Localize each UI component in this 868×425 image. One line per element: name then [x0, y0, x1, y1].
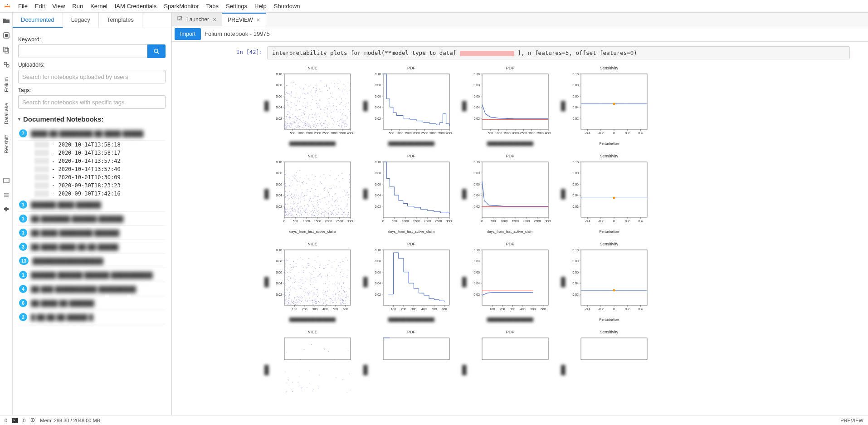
open-tabs-icon[interactable]	[2, 176, 11, 185]
svg-point-984	[290, 189, 291, 190]
svg-point-1504	[346, 277, 347, 278]
svg-point-468	[306, 117, 307, 117]
svg-point-391	[307, 122, 308, 123]
terminal-icon[interactable]: >_	[12, 418, 18, 423]
svg-point-1687	[286, 391, 287, 392]
rail-tab-datalake[interactable]: DataLake	[4, 100, 9, 127]
chart-xlabel: Perturbation	[599, 318, 619, 322]
notebook-version[interactable]: - 2020-10-01T10:30:09	[34, 173, 166, 181]
rail-tab-redshift[interactable]: Redshift	[4, 132, 9, 156]
folder-icon[interactable]	[2, 16, 11, 25]
notebook-version[interactable]: - 2020-10-14T13:57:40	[34, 165, 166, 173]
menu-shutdown[interactable]: Shutdown	[270, 1, 304, 11]
svg-point-1137	[323, 283, 324, 284]
svg-rect-7	[4, 178, 9, 183]
svg-point-969	[328, 201, 329, 202]
import-button[interactable]: Import	[175, 28, 201, 40]
svg-point-1406	[311, 282, 312, 283]
menu-settings[interactable]: Settings	[222, 1, 251, 11]
menu-tabs[interactable]: Tabs	[203, 1, 222, 11]
svg-text:0.02: 0.02	[572, 293, 579, 296]
svg-point-1691	[346, 392, 347, 393]
svg-point-810	[285, 211, 286, 212]
svg-point-689	[290, 206, 291, 207]
notebook-body[interactable]: In [42]: interpretability_plots_for_mode…	[172, 42, 868, 415]
tags-input[interactable]	[18, 95, 166, 109]
rail-tab-folium[interactable]: Folium	[4, 74, 9, 95]
menu-view[interactable]: View	[49, 1, 68, 11]
menu-file[interactable]: File	[15, 1, 31, 11]
extension-icon[interactable]	[2, 205, 11, 214]
menu-sparkmonitor[interactable]: SparkMonitor	[160, 1, 202, 11]
settings-icon[interactable]	[2, 60, 11, 69]
chart-ylabel: ████	[561, 189, 565, 199]
notebook-item[interactable]: 1██ ████ ████████ ██████	[18, 226, 166, 240]
running-icon[interactable]	[2, 31, 11, 40]
svg-point-481	[340, 128, 341, 129]
close-icon[interactable]: ×	[213, 16, 216, 23]
svg-point-995	[304, 195, 305, 196]
svg-point-1452	[295, 291, 296, 292]
toc-icon[interactable]	[2, 191, 11, 200]
notebook-item[interactable]: 1██ ███████ ██████ ██████	[18, 212, 166, 226]
tab-preview[interactable]: PREVIEW ×	[222, 13, 266, 26]
svg-rect-1698	[581, 338, 647, 360]
notebook-item[interactable]: 6██ ████ ██ ██████	[18, 296, 166, 310]
svg-point-241	[343, 122, 344, 123]
notebook-item[interactable]: 3██ ████ ████ ██ ██ █████	[18, 240, 166, 254]
svg-point-410	[295, 84, 296, 85]
tab-templates[interactable]: Templates	[99, 13, 142, 28]
svg-point-985	[326, 204, 327, 205]
svg-point-879	[288, 214, 289, 215]
svg-point-701	[291, 194, 292, 195]
notebook-item[interactable]: 7████ ██ ████████ ██ ████ █████	[18, 127, 166, 141]
uploaders-input[interactable]	[18, 70, 166, 83]
menu-edit[interactable]: Edit	[31, 1, 49, 11]
notebook-item[interactable]: 1██████ ██████ ██████ ██████████	[18, 268, 166, 282]
svg-point-310	[296, 105, 297, 106]
commands-icon[interactable]	[2, 45, 11, 54]
svg-point-1694	[348, 350, 349, 351]
status-count[interactable]: 0	[5, 418, 7, 423]
notebook-version[interactable]: - 2020-09-30T17:42:16	[34, 190, 166, 198]
notebook-item[interactable]: 2█ ██ ██ ██ █████ █	[18, 310, 166, 324]
notebook-version[interactable]: - 2020-10-14T13:58:18	[34, 141, 166, 149]
svg-point-1536	[315, 301, 316, 302]
notebook-item[interactable]: 13█████████████████	[18, 254, 166, 268]
menu-help[interactable]: Help	[251, 1, 270, 11]
code-input[interactable]: interpretability_plots_for_model(**model…	[267, 46, 850, 59]
svg-point-1369	[335, 285, 336, 286]
kernel-status-icon[interactable]	[30, 417, 35, 424]
notebook-version[interactable]: - 2020-10-14T13:58:17	[34, 149, 166, 157]
close-icon[interactable]: ×	[257, 17, 260, 23]
svg-point-348	[288, 111, 289, 112]
tab-legacy[interactable]: Legacy	[63, 13, 99, 28]
chart-title: NICE	[307, 154, 317, 158]
svg-rect-4	[5, 49, 9, 53]
svg-point-748	[312, 203, 312, 204]
svg-point-863	[302, 193, 302, 194]
notebook-item[interactable]: 4██ ███ ██████████ █████████	[18, 282, 166, 296]
menu-run[interactable]: Run	[68, 1, 87, 11]
section-header-documented[interactable]: ▾ Documented Notebooks:	[18, 115, 166, 123]
svg-point-1461	[326, 299, 327, 300]
svg-point-337	[284, 123, 285, 124]
svg-point-476	[291, 127, 292, 128]
menu-kernel[interactable]: Kernel	[87, 1, 111, 11]
notebook-version[interactable]: - 2020-09-30T18:23:23	[34, 181, 166, 190]
svg-point-854	[287, 177, 288, 178]
menu-iam-credentials[interactable]: IAM Credentials	[111, 1, 160, 11]
notebook-version[interactable]: - 2020-10-14T13:57:42	[34, 157, 166, 165]
tab-documented[interactable]: Documented	[13, 13, 63, 28]
svg-point-1522	[305, 299, 306, 300]
keyword-input[interactable]	[18, 44, 147, 58]
tab-launcher[interactable]: Launcher ×	[172, 13, 222, 26]
svg-point-1414	[312, 300, 313, 301]
svg-point-283	[314, 124, 315, 125]
svg-point-469	[308, 124, 309, 125]
search-button[interactable]	[147, 44, 166, 58]
svg-point-1393	[290, 290, 291, 291]
svg-point-144	[303, 103, 304, 103]
status-count-2[interactable]: 0	[23, 418, 25, 423]
notebook-item[interactable]: 1██████ ████ ██████	[18, 198, 166, 212]
